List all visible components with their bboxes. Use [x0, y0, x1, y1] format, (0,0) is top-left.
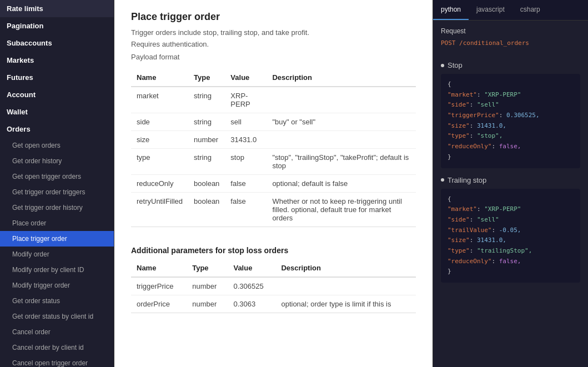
cell-value: false: [225, 175, 267, 193]
cell-value: 0.306525: [228, 277, 275, 295]
sidebar-item-get-open-trigger-orders[interactable]: Get open trigger orders: [0, 169, 114, 184]
code-line: "market": "XRP-PERP": [448, 204, 574, 215]
table-row: marketstringXRP-PERP: [131, 87, 416, 113]
cell-description: Whether or not to keep re-triggering unt…: [267, 193, 416, 227]
code-line: }: [448, 152, 574, 163]
table-row: reduceOnlybooleanfalseoptional; default …: [131, 175, 416, 193]
col-header-add-description: Description: [275, 259, 416, 277]
sidebar-item-place-order[interactable]: Place order: [0, 215, 114, 231]
cell-name: size: [131, 131, 188, 149]
sidebar-item-futures[interactable]: Futures: [0, 69, 114, 86]
description-1: Trigger orders include stop, trailing st…: [131, 28, 416, 37]
sidebar-item-get-trigger-order-history[interactable]: Get trigger order history: [0, 200, 114, 215]
cell-value: sell: [225, 113, 267, 131]
lang-tab-javascript[interactable]: javascript: [469, 0, 512, 20]
code-block-stop: { "market": "XRP-PERP" "side": "sell" "t…: [441, 74, 580, 168]
cell-description: [267, 131, 416, 149]
col-header-name: Name: [131, 69, 188, 87]
cell-value: 0.3063: [228, 295, 275, 313]
cell-name: triggerPrice: [131, 277, 187, 295]
request-section: Request POST /conditional_orders: [433, 21, 588, 61]
code-line: "side": "sell": [448, 215, 574, 225]
col-header-add-type: Type: [187, 259, 228, 277]
cell-description: [275, 277, 416, 295]
cell-description: "stop", "trailingStop", "takeProfit"; de…: [267, 149, 416, 175]
cell-type: string: [188, 149, 225, 175]
sidebar-item-get-order-status[interactable]: Get order status: [0, 293, 114, 309]
cell-description: optional; default is false: [267, 175, 416, 193]
code-line: "reduceOnly": false,: [448, 142, 574, 152]
sidebar-item-get-order-history[interactable]: Get order history: [0, 153, 114, 169]
sidebar-item-wallet[interactable]: Wallet: [0, 103, 114, 120]
lang-tabs: pythonjavascriptcsharp: [433, 0, 588, 21]
sidebar-item-get-order-status-client-id[interactable]: Get order status by client id: [0, 309, 114, 324]
lang-tab-csharp[interactable]: csharp: [512, 0, 548, 20]
sidebar-item-cancel-order-client-id[interactable]: Cancel order by client id: [0, 340, 114, 355]
code-line: "market": "XRP-PERP": [448, 90, 574, 100]
code-line: "type": "stop",: [448, 131, 574, 142]
cell-type: number: [187, 295, 228, 313]
cell-value: XRP-PERP: [225, 87, 267, 113]
payload-label: Payload format: [131, 53, 416, 61]
cell-name: market: [131, 87, 188, 113]
response-section: Stop{ "market": "XRP-PERP" "side": "sell…: [433, 61, 588, 298]
col-header-type: Type: [188, 69, 225, 87]
table-row: sizenumber31431.0: [131, 131, 416, 149]
bullet-text: Trailing stop: [448, 176, 486, 184]
sidebar-item-get-open-orders[interactable]: Get open orders: [0, 138, 114, 153]
code-line: "triggerPrice": 0.306525,: [448, 110, 574, 121]
code-block-trailing-stop: { "market": "XRP-PERP" "side": "sell" "t…: [441, 189, 580, 283]
bullet-dot: [441, 64, 444, 67]
col-header-add-value: Value: [228, 259, 275, 277]
sidebar-item-markets[interactable]: Markets: [0, 52, 114, 69]
cell-description: optional; order type is limit if this is: [275, 295, 416, 313]
sidebar-item-cancel-open-trigger-order[interactable]: Cancel open trigger order: [0, 355, 114, 367]
cell-value: 31431.0: [225, 131, 267, 149]
request-label: Request: [441, 27, 580, 35]
cell-name: side: [131, 113, 188, 131]
description-2: Requires authentication.: [131, 40, 416, 48]
sidebar-item-modify-order[interactable]: Modify order: [0, 247, 114, 262]
col-header-description: Description: [267, 69, 416, 87]
code-line: "reduceOnly": false,: [448, 257, 574, 267]
cell-name: type: [131, 149, 188, 175]
sidebar-item-subaccounts[interactable]: Subaccounts: [0, 34, 114, 52]
code-line: "size": 31431.0,: [448, 235, 574, 246]
code-line: "trailValue": -0.05,: [448, 225, 574, 236]
table-row: triggerPricenumber0.306525: [131, 277, 416, 295]
cell-type: number: [187, 277, 228, 295]
bullet-label-stop: Stop: [441, 61, 580, 69]
col-header-value: Value: [225, 69, 267, 87]
sidebar-item-modify-trigger-order[interactable]: Modify trigger order: [0, 278, 114, 293]
sidebar-item-rate-limits[interactable]: Rate limits: [0, 0, 114, 17]
bullet-label-trailing-stop: Trailing stop: [441, 176, 580, 184]
sidebar-item-modify-order-client-id[interactable]: Modify order by client ID: [0, 262, 114, 278]
sidebar-item-get-trigger-order-triggers[interactable]: Get trigger order triggers: [0, 184, 114, 200]
cell-name: reduceOnly: [131, 175, 188, 193]
sidebar-item-pagination[interactable]: Pagination: [0, 17, 114, 34]
code-line: "type": "trailingStop",: [448, 246, 574, 257]
code-line: {: [448, 79, 574, 90]
cell-type: boolean: [188, 193, 225, 227]
cell-description: "buy" or "sell": [267, 113, 416, 131]
page-title: Place trigger order: [131, 11, 416, 23]
code-line: "side": "sell": [448, 100, 574, 110]
cell-description: [267, 87, 416, 113]
additional-label: Additional parameters for stop loss orde…: [131, 238, 416, 259]
lang-tab-python[interactable]: python: [433, 0, 469, 20]
bullet-dot: [441, 178, 444, 182]
table-row: typestringstop"stop", "trailingStop", "t…: [131, 149, 416, 175]
sidebar-item-account[interactable]: Account: [0, 86, 114, 103]
cell-value: stop: [225, 149, 267, 175]
sidebar-item-place-trigger-order[interactable]: Place trigger order: [0, 231, 114, 247]
code-line: }: [448, 267, 574, 277]
sidebar-item-cancel-order[interactable]: Cancel order: [0, 324, 114, 340]
cell-type: string: [188, 113, 225, 131]
col-header-add-name: Name: [131, 259, 187, 277]
cell-type: boolean: [188, 175, 225, 193]
cell-name: orderPrice: [131, 295, 187, 313]
cell-name: retryUntilFilled: [131, 193, 188, 227]
right-panel: pythonjavascriptcsharp Request POST /con…: [433, 0, 588, 367]
bullet-text: Stop: [448, 61, 463, 69]
sidebar-item-orders[interactable]: Orders: [0, 120, 114, 138]
